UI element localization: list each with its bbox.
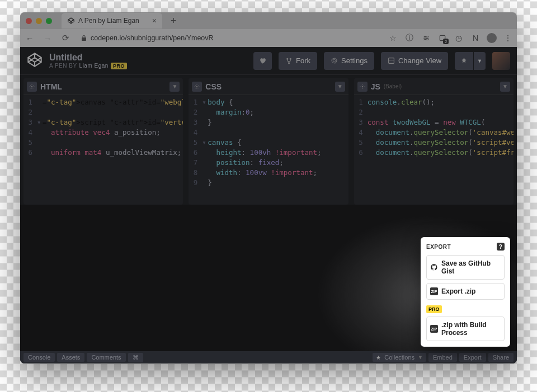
close-window-icon[interactable] [26, 18, 32, 24]
pin-button[interactable] [455, 52, 473, 70]
css-code[interactable]: 1▾body {2 margin:0;3}45▾canvas {6 height… [189, 95, 348, 205]
css-panel: CSS ▼ 1▾body {2 margin:0;3}45▾canvas {6 … [189, 78, 348, 205]
export-popup-title: EXPORT [426, 244, 451, 250]
menu-icon[interactable]: ⋮ [502, 34, 514, 42]
svg-point-4 [196, 86, 198, 87]
help-icon[interactable]: ? [497, 243, 505, 251]
github-icon [430, 263, 438, 271]
html-panel-title: HTML [40, 82, 62, 91]
css-panel-chevron-icon[interactable]: ▼ [335, 82, 345, 92]
assets-button[interactable]: Assets [57, 353, 84, 362]
author-link[interactable]: Liam Egan [79, 63, 109, 69]
clock-icon[interactable]: ◷ [453, 34, 464, 42]
shortcuts-button[interactable]: ⌘ [128, 353, 143, 362]
css-settings-icon[interactable] [192, 82, 202, 92]
collections-button[interactable]: ★ Collections ▼ [373, 353, 426, 362]
embed-button[interactable]: Embed [428, 353, 457, 362]
maximize-window-icon[interactable] [46, 18, 52, 24]
gear-icon [331, 57, 338, 64]
star-icon[interactable]: ☆ [387, 34, 398, 42]
html-panel-chevron-icon[interactable]: ▼ [169, 82, 180, 92]
js-panel-chevron-icon[interactable]: ▼ [500, 82, 510, 92]
layers-icon[interactable]: ≋ [421, 34, 432, 42]
user-avatar[interactable] [492, 52, 510, 70]
css-panel-title: CSS [205, 82, 222, 91]
chevron-down-icon: ▼ [418, 355, 423, 360]
editor-row: HTML ▼ 1<"c-attr">class="c-tag">canvas "… [20, 78, 517, 205]
back-button[interactable]: ← [23, 34, 36, 43]
js-code[interactable]: 1console.clear();23const twodWebGL = new… [354, 95, 514, 205]
extension-badge-icon[interactable]: 2 [437, 33, 447, 43]
close-tab-icon[interactable]: × [152, 16, 157, 25]
tab-title: A Pen by Liam Egan [78, 17, 149, 25]
pro-badge: PRO [111, 63, 127, 69]
lock-icon [81, 35, 87, 41]
star-icon: ★ [376, 355, 381, 361]
html-code[interactable]: 1<"c-attr">class="c-tag">canvas "c-attr"… [23, 95, 183, 205]
codepen-favicon-icon [67, 17, 75, 25]
info-icon[interactable]: ⓘ [404, 33, 415, 43]
pin-dropdown[interactable]: ▼ [474, 52, 486, 70]
heart-button[interactable] [253, 52, 272, 70]
svg-rect-1 [389, 58, 394, 64]
pin-icon [460, 57, 468, 64]
pro-label: PRO [426, 305, 442, 313]
codepen-logo-icon[interactable] [27, 52, 43, 70]
js-panel: JS (Babel) ▼ 1console.clear();23const tw… [354, 78, 514, 205]
zip-icon: ZIP [430, 325, 438, 333]
fork-button[interactable]: Fork [279, 52, 317, 70]
window-controls [26, 18, 52, 24]
pen-title[interactable]: Untitled [49, 53, 247, 63]
js-settings-icon[interactable] [357, 82, 368, 92]
svg-point-5 [361, 86, 363, 87]
settings-button[interactable]: Settings [324, 52, 374, 70]
js-panel-sub: (Babel) [384, 83, 402, 89]
forward-button[interactable]: → [41, 34, 54, 43]
share-button[interactable]: Share [488, 353, 514, 362]
zip-icon: ZIP [430, 287, 438, 295]
comments-button[interactable]: Comments [87, 353, 125, 362]
html-panel: HTML ▼ 1<"c-attr">class="c-tag">canvas "… [23, 78, 183, 205]
byline-prefix: A PEN BY [49, 63, 77, 69]
export-build-button[interactable]: ZIP .zip with Build Process [426, 317, 505, 341]
url-text: codepen.io/shubniggurath/pen/YmeovR [91, 34, 214, 42]
minimize-window-icon[interactable] [36, 18, 42, 24]
codepen-header: Untitled A PEN BY Liam Egan PRO Fork Set… [20, 47, 517, 75]
new-tab-button[interactable]: + [166, 15, 181, 27]
reload-button[interactable]: ⟳ [59, 33, 72, 43]
export-popup: EXPORT ? Save as GitHub Gist ZIP Export … [421, 237, 510, 347]
export-zip-button[interactable]: ZIP Export .zip [426, 283, 505, 300]
chevron-down-icon: ▼ [477, 58, 482, 64]
browser-tab[interactable]: A Pen by Liam Egan × [62, 13, 162, 29]
svg-point-3 [31, 86, 33, 87]
browser-chrome: A Pen by Liam Egan × + ← → ⟳ codepen.io/… [20, 12, 517, 47]
console-button[interactable]: Console [23, 353, 55, 362]
export-gist-button[interactable]: Save as GitHub Gist [426, 255, 505, 280]
notion-icon[interactable]: N [470, 34, 481, 42]
profile-avatar[interactable] [487, 33, 497, 43]
js-panel-title: JS [371, 82, 380, 91]
layout-icon [388, 57, 395, 64]
footer-bar: Console Assets Comments ⌘ ★ Collections … [20, 351, 517, 363]
export-button[interactable]: Export [459, 353, 486, 362]
html-settings-icon[interactable] [27, 82, 37, 92]
address-bar[interactable]: codepen.io/shubniggurath/pen/YmeovR [77, 31, 381, 45]
change-view-button[interactable]: Change View [381, 52, 448, 70]
heart-icon [259, 57, 266, 64]
fork-icon [285, 57, 293, 64]
